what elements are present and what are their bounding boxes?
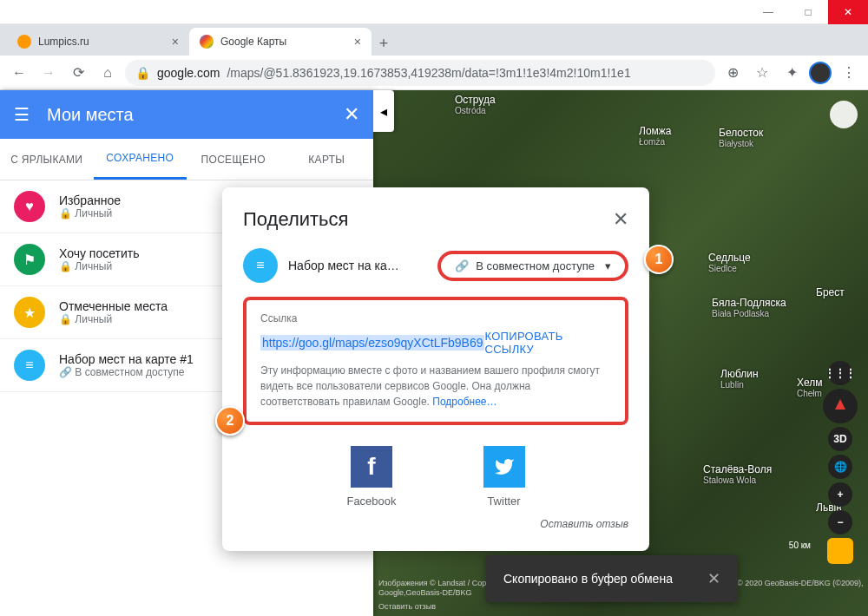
list-title: Отмеченные места: [59, 299, 168, 313]
share-twitter-button[interactable]: Twitter: [483, 446, 525, 508]
shared-list-name: Набор мест на ка…: [288, 259, 399, 272]
browser-tab-lumpics[interactable]: Lumpics.ru ×: [7, 28, 189, 56]
share-facebook-button[interactable]: f Facebook: [346, 446, 396, 508]
close-dialog-button[interactable]: ✕: [613, 208, 628, 231]
window-minimize-button[interactable]: —: [748, 0, 788, 24]
list-type-icon: ♥: [14, 191, 45, 222]
window-maximize-button[interactable]: □: [788, 0, 828, 24]
browser-menu-button[interactable]: ⋮: [837, 61, 861, 85]
share-dialog: Поделиться ✕ ≡ Набор мест на ка… 🔗 В сов…: [222, 187, 649, 551]
zoom-in-button[interactable]: +: [828, 482, 852, 507]
collapse-panel-button[interactable]: ◂: [373, 90, 394, 132]
annotation-callout-2: 2: [215, 406, 245, 436]
zoom-indicator-icon[interactable]: ⊕: [720, 61, 745, 85]
toast-close-button[interactable]: ✕: [707, 569, 720, 588]
browser-tab-googlemaps[interactable]: Google Карты ×: [189, 28, 372, 56]
list-title: Набор мест на карте #1: [59, 352, 194, 366]
dialog-feedback-link[interactable]: Оставить отзыв: [243, 518, 628, 530]
link-section: Ссылка https://goo.gl/maps/ezso9qyXCtLFb…: [243, 297, 628, 425]
new-tab-button[interactable]: +: [372, 31, 396, 56]
map-city-label: ХелмChełm: [797, 377, 823, 389]
learn-more-link[interactable]: Подробнее…: [432, 396, 496, 408]
window-titlebar: — □ ✕: [0, 0, 868, 24]
twitter-icon: [483, 446, 525, 488]
browser-toolbar: ← → ⟳ ⌂ 🔒 google.com/maps/@51.8361923,19…: [0, 56, 868, 90]
page-content: ОструдаOstródaЛомжаŁomżaБелостокBiałysto…: [0, 90, 868, 616]
list-type-icon: ≡: [14, 350, 45, 381]
compass-icon[interactable]: [823, 389, 858, 423]
bookmark-star-icon[interactable]: ☆: [750, 61, 774, 85]
link-disclaimer: Эту информацию вместе с фото и названием…: [260, 363, 611, 410]
profile-avatar-button[interactable]: [809, 62, 832, 84]
panel-title: Мои места: [47, 105, 326, 125]
list-privacy: 🔒 Личный: [59, 207, 121, 220]
apps-grid-icon[interactable]: ⋮⋮⋮: [828, 361, 852, 385]
menu-icon[interactable]: ☰: [14, 104, 30, 125]
tab-saved[interactable]: СОХРАНЕНО: [94, 139, 187, 180]
list-privacy: 🔒 Личный: [59, 260, 139, 272]
nav-back-button[interactable]: ←: [7, 61, 31, 85]
chevron-down-icon: ▾: [605, 259, 611, 272]
window-close-button[interactable]: ✕: [828, 0, 868, 24]
url-path: /maps/@51.8361923,19.1673853,419238m/dat…: [227, 66, 630, 80]
toast-text: Скопировано в буфер обмена: [503, 572, 673, 586]
tilt-3d-button[interactable]: 3D: [828, 427, 852, 451]
address-bar[interactable]: 🔒 google.com/maps/@51.8361923,19.1673853…: [125, 60, 715, 86]
panel-header: ☰ Мои места ✕: [0, 90, 373, 139]
access-dropdown[interactable]: 🔗 В совместном доступе ▾: [437, 251, 628, 281]
zoom-out-button[interactable]: −: [828, 510, 852, 534]
link-icon: 🔗: [455, 259, 469, 272]
map-city-label: ЛомжаŁomża: [639, 125, 672, 137]
tab-visited[interactable]: ПОСЕЩЕНО: [187, 139, 280, 180]
map-scale: 50 км: [789, 541, 811, 550]
map-city-label: Бяла-ПодляскаBiała Podlaska: [712, 297, 786, 309]
list-type-icon: ⚑: [14, 244, 45, 275]
nav-forward-button[interactable]: →: [36, 61, 61, 85]
pegman-icon[interactable]: [827, 538, 853, 564]
list-privacy: 🔗 В совместном доступе: [59, 366, 194, 378]
facebook-icon: f: [351, 446, 392, 488]
close-panel-button[interactable]: ✕: [344, 103, 359, 126]
panel-tabs: С ЯРЛЫКАМИ СОХРАНЕНО ПОСЕЩЕНО КАРТЫ: [0, 139, 373, 180]
tab-maps[interactable]: КАРТЫ: [280, 139, 374, 180]
map-city-label: СедльцеSiedlce: [708, 252, 751, 264]
access-label: В совместном доступе: [476, 259, 595, 272]
copy-link-button[interactable]: КОПИРОВАТЬ ССЫЛКУ: [484, 330, 611, 356]
share-url[interactable]: https://goo.gl/maps/ezso9qyXCtLFb9B69: [260, 335, 484, 351]
dialog-title: Поделиться: [243, 208, 348, 231]
toast-notification: Скопировано в буфер обмена ✕: [486, 555, 738, 602]
map-account-avatar[interactable]: [830, 101, 858, 128]
lock-icon: 🔒: [135, 66, 150, 80]
link-field-label: Ссылка: [260, 312, 611, 324]
nav-home-button[interactable]: ⌂: [95, 61, 120, 85]
list-privacy: 🔒 Личный: [59, 313, 168, 325]
browser-tabstrip: Lumpics.ru × Google Карты × +: [0, 24, 868, 56]
map-city-label: Брест: [816, 286, 845, 298]
nav-reload-button[interactable]: ⟳: [66, 61, 90, 85]
map-feedback-link[interactable]: Оставить отзыв: [378, 602, 436, 611]
globe-icon[interactable]: 🌐: [828, 455, 852, 479]
map-city-label: ЛюблинLublin: [720, 368, 759, 380]
annotation-callout-1: 1: [644, 245, 674, 274]
list-title: Хочу посетить: [59, 246, 139, 260]
favicon-icon: [200, 35, 214, 49]
map-city-label: ОструдаOstróda: [455, 94, 496, 106]
list-title: Избранное: [59, 193, 121, 207]
favicon-icon: [17, 35, 31, 49]
social-label: Facebook: [346, 495, 396, 508]
url-domain: google.com: [157, 66, 220, 80]
extension-icon[interactable]: ✦: [779, 61, 804, 85]
map-controls: ⋮⋮⋮ 3D 🌐 + −: [823, 361, 858, 564]
tab-title: Lumpics.ru: [38, 36, 89, 48]
map-city-label: БелостокBiałystok: [719, 127, 763, 139]
list-type-icon: ★: [14, 297, 45, 328]
social-label: Twitter: [487, 495, 520, 508]
close-tab-icon[interactable]: ×: [354, 35, 361, 49]
tab-title: Google Карты: [220, 36, 286, 48]
map-city-label: Сталёва-ВоляStalowa Wola: [703, 463, 772, 475]
list-icon: ≡: [243, 248, 278, 283]
close-tab-icon[interactable]: ×: [172, 35, 179, 49]
tab-labeled[interactable]: С ЯРЛЫКАМИ: [0, 139, 94, 180]
